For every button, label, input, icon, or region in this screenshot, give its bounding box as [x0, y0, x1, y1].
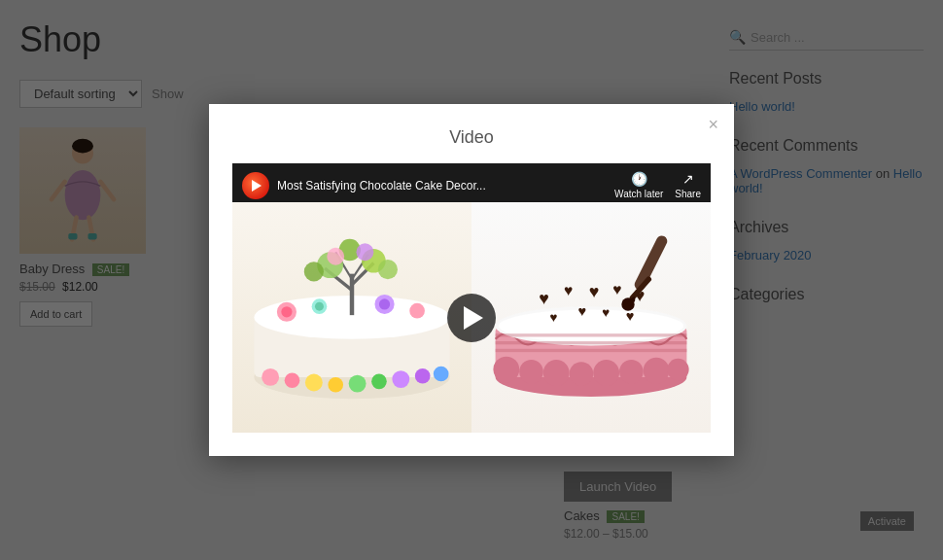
svg-point-16: [349, 375, 367, 393]
svg-point-38: [327, 248, 344, 265]
svg-point-17: [371, 374, 387, 390]
cake-right: ♥ ♥ ♥ ♥ ♥ ♥ ♥ ♥ ♥: [472, 202, 711, 433]
svg-text:♥: ♥: [578, 303, 587, 319]
video-cakes-area: ♥ ♥ ♥ ♥ ♥ ♥ ♥ ♥ ♥: [232, 202, 711, 433]
play-button[interactable]: [447, 294, 496, 342]
svg-text:♥: ♥: [589, 282, 600, 301]
play-icon: [464, 306, 483, 330]
watch-later-label: Watch later: [614, 189, 663, 199]
svg-point-13: [285, 373, 300, 389]
svg-point-12: [262, 368, 279, 386]
svg-point-27: [409, 303, 425, 319]
watch-later-icon: 🕐: [631, 171, 647, 187]
svg-point-44: [543, 360, 570, 386]
svg-point-20: [434, 367, 449, 382]
share-icon: ↗: [682, 171, 694, 187]
svg-point-48: [644, 358, 670, 384]
svg-point-46: [593, 360, 619, 386]
svg-point-37: [378, 260, 398, 279]
youtube-logo: [242, 172, 269, 199]
share-action: ↗ Share: [675, 171, 701, 199]
svg-point-45: [570, 362, 594, 386]
svg-point-43: [519, 360, 543, 384]
svg-text:♥: ♥: [602, 306, 610, 321]
svg-text:♥: ♥: [539, 289, 549, 308]
share-label: Share: [675, 189, 701, 199]
svg-text:♥: ♥: [564, 282, 573, 298]
svg-point-39: [356, 243, 373, 261]
svg-point-26: [379, 298, 390, 309]
modal-overlay[interactable]: × Video Most Satisfying Chocolate Cake D…: [0, 0, 943, 560]
video-top-bar: Most Satisfying Chocolate Cake Decor... …: [232, 163, 711, 207]
svg-point-19: [415, 368, 431, 384]
svg-point-47: [619, 360, 644, 384]
video-modal: × Video Most Satisfying Chocolate Cake D…: [209, 104, 734, 456]
modal-close-button[interactable]: ×: [708, 116, 718, 133]
svg-text:♥: ♥: [612, 281, 621, 298]
video-thumbnail: Most Satisfying Chocolate Cake Decor... …: [232, 163, 711, 433]
svg-point-18: [392, 370, 409, 388]
svg-text:♥: ♥: [550, 310, 558, 325]
cake-left: [232, 202, 472, 433]
svg-point-51: [499, 310, 683, 343]
svg-point-14: [305, 374, 323, 392]
svg-point-42: [493, 357, 519, 383]
svg-point-22: [281, 306, 292, 317]
video-title: Most Satisfying Chocolate Cake Decor...: [277, 179, 607, 192]
svg-rect-66: [496, 349, 687, 352]
svg-rect-64: [496, 333, 687, 336]
video-actions: 🕐 Watch later ↗ Share: [614, 171, 701, 199]
svg-point-49: [667, 359, 688, 380]
svg-point-36: [304, 262, 324, 281]
video-container[interactable]: Most Satisfying Chocolate Cake Decor... …: [232, 163, 711, 433]
svg-point-24: [315, 302, 324, 311]
modal-title: Video: [232, 127, 711, 148]
watch-later-action: 🕐 Watch later: [614, 171, 663, 199]
svg-rect-65: [496, 341, 687, 344]
svg-point-15: [328, 377, 343, 393]
